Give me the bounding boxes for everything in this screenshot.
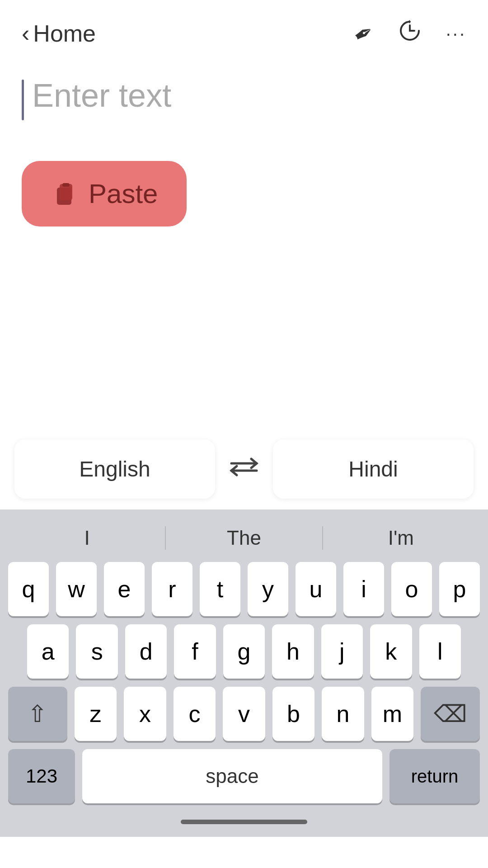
numbers-key[interactable]: 123 [8,749,75,803]
keyboard-row-1: q w e r t y u i o p [0,562,488,624]
key-h[interactable]: h [272,624,314,679]
home-bar [181,820,307,824]
history-icon[interactable] [397,18,422,49]
key-m[interactable]: m [371,687,413,741]
svg-rect-2 [62,183,70,187]
key-d[interactable]: d [125,624,167,679]
key-o[interactable]: o [391,562,432,616]
paste-icon [51,179,80,208]
suggestion-the[interactable]: The [166,522,322,554]
back-icon[interactable]: ‹ [22,20,29,47]
more-icon[interactable]: ··· [446,24,466,44]
header-actions: ✒ ··· [354,18,466,49]
key-g[interactable]: g [223,624,265,679]
home-back-button[interactable]: Home [33,20,96,47]
key-y[interactable]: y [248,562,288,616]
key-q[interactable]: q [8,562,49,616]
key-w[interactable]: w [56,562,97,616]
return-key[interactable]: return [389,749,480,803]
keyboard-row-3: ⇧ z x c v b n m ⌫ [0,687,488,749]
key-l[interactable]: l [419,624,461,679]
svg-rect-0 [57,188,71,205]
key-k[interactable]: k [370,624,412,679]
key-t[interactable]: t [200,562,240,616]
key-j[interactable]: j [321,624,363,679]
placeholder-text: Enter text [32,76,171,115]
key-r[interactable]: r [152,562,192,616]
suggestion-i[interactable]: I [9,522,165,554]
keyboard-row-2: a s d f g h j k l [0,624,488,687]
suggestion-im[interactable]: I'm [323,522,479,554]
language-switcher-row: English Hindi [0,429,488,509]
key-p[interactable]: p [439,562,480,616]
key-v[interactable]: v [223,687,265,741]
paste-label: Paste [89,178,158,209]
key-f[interactable]: f [174,624,216,679]
shift-icon: ⇧ [28,700,47,727]
keyboard-bottom-row: 123 space return [0,749,488,811]
content-area: Enter text Paste [0,58,488,429]
text-input-area[interactable]: Enter text [22,76,466,139]
keyboard: I The I'm q w e r t y u i o p a s d f g … [0,509,488,837]
delete-icon: ⌫ [434,700,467,727]
suggestions-row: I The I'm [0,518,488,562]
language-swap-button[interactable] [215,454,273,484]
text-cursor [22,80,24,120]
language-english-button[interactable]: English [14,439,215,499]
key-i[interactable]: i [343,562,384,616]
paste-button[interactable]: Paste [22,161,187,226]
svg-rect-1 [60,184,72,200]
key-b[interactable]: b [272,687,314,741]
language-hindi-button[interactable]: Hindi [273,439,474,499]
header-left: ‹ Home [22,20,96,47]
key-z[interactable]: z [75,687,117,741]
space-key[interactable]: space [82,749,382,803]
key-s[interactable]: s [76,624,117,679]
key-a[interactable]: a [27,624,69,679]
home-indicator [0,811,488,837]
header: ‹ Home ✒ ··· [0,0,488,58]
key-e[interactable]: e [104,562,145,616]
key-u[interactable]: u [296,562,336,616]
shift-key[interactable]: ⇧ [8,687,67,741]
edit-icon[interactable]: ✒ [348,17,379,50]
key-c[interactable]: c [174,687,216,741]
key-n[interactable]: n [322,687,364,741]
delete-key[interactable]: ⌫ [421,687,480,741]
key-x[interactable]: x [124,687,166,741]
